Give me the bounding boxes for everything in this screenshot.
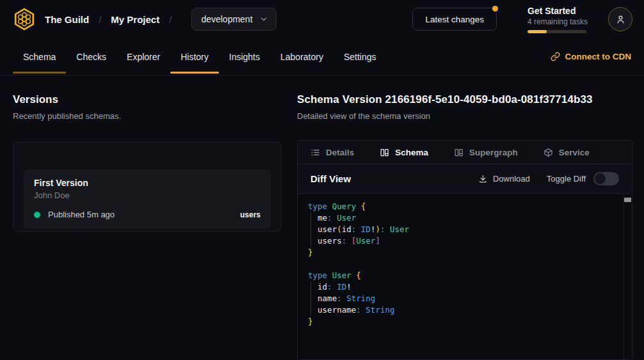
- connect-to-cdn-label: Connect to CDN: [565, 52, 632, 61]
- connect-to-cdn-button[interactable]: Connect to CDN: [551, 38, 632, 75]
- schema-version-title: Schema Version 2166196f-5e10-4059-bd0a-0…: [297, 93, 632, 106]
- schema-code-viewer: type Query { me: User user(id: ID!): Use…: [298, 194, 632, 359]
- breadcrumb-separator: /: [169, 14, 172, 25]
- tab-supergraph[interactable]: Supergraph: [454, 148, 518, 157]
- latest-changes-button[interactable]: Latest changes: [412, 8, 497, 31]
- toggle-knob: [595, 173, 606, 184]
- latest-changes-label: Latest changes: [425, 15, 484, 24]
- tab-service[interactable]: Service: [543, 148, 590, 157]
- version-status-row: Published 5m ago users: [34, 210, 261, 219]
- person-icon: [615, 14, 626, 25]
- columns-icon: [380, 148, 389, 157]
- detail-tab-bar: Details Schema Sup: [298, 141, 632, 164]
- nav-tab-settings[interactable]: Settings: [334, 38, 387, 75]
- nav-tab-schema[interactable]: Schema: [13, 38, 66, 75]
- link-icon: [551, 52, 560, 61]
- toggle-diff-switch[interactable]: [593, 172, 619, 185]
- get-started-widget[interactable]: Get Started 4 remaining tasks: [527, 6, 586, 33]
- version-author: John Doe: [34, 191, 261, 200]
- target-select-value: development: [201, 14, 252, 24]
- versions-panel: Versions Recently published schemas. Fir…: [13, 93, 282, 360]
- hive-logo-icon[interactable]: [12, 6, 37, 32]
- box-icon: [543, 148, 553, 157]
- tab-schema-label: Schema: [395, 148, 428, 157]
- get-started-subtitle: 4 remaining tasks: [527, 17, 586, 26]
- main-content: Versions Recently published schemas. Fir…: [0, 75, 644, 360]
- main-nav: Schema Checks Explorer History Insights …: [0, 38, 644, 75]
- schema-version-subtitle: Detailed view of the schema version: [297, 111, 632, 121]
- chevron-down-icon: [259, 15, 268, 24]
- tab-service-label: Service: [559, 148, 590, 157]
- columns-icon: [454, 148, 463, 157]
- nav-tab-checks[interactable]: Checks: [66, 38, 117, 75]
- tab-details[interactable]: Details: [310, 148, 354, 157]
- diff-actions: Download Toggle Diff: [478, 172, 619, 185]
- versions-subtitle: Recently published schemas.: [13, 111, 282, 121]
- code-scrollbar-track: [624, 194, 632, 359]
- get-started-progress-bar: [527, 30, 586, 33]
- get-started-title: Get Started: [527, 6, 586, 16]
- target-select[interactable]: development: [191, 8, 276, 31]
- code-scrollbar-thumb[interactable]: [624, 198, 631, 202]
- nav-tab-laboratory[interactable]: Laboratory: [270, 38, 334, 75]
- tab-supergraph-label: Supergraph: [469, 148, 518, 157]
- schema-version-detail: Schema Version 2166196f-5e10-4059-bd0a-0…: [297, 93, 632, 360]
- version-status-text: Published 5m ago: [48, 210, 115, 219]
- versions-title: Versions: [13, 93, 282, 106]
- download-icon: [478, 174, 488, 184]
- versions-list-card: First Version John Doe Published 5m ago …: [13, 142, 282, 231]
- app-header: The Guild / My Project / development Lat…: [0, 0, 644, 38]
- schema-detail-panel: Details Schema Sup: [297, 140, 632, 360]
- version-list-item[interactable]: First Version John Doe Published 5m ago …: [24, 169, 271, 229]
- tab-schema[interactable]: Schema: [380, 148, 428, 157]
- user-avatar[interactable]: [608, 7, 632, 31]
- nav-tab-history[interactable]: History: [170, 38, 219, 75]
- published-status-dot: [34, 212, 40, 218]
- breadcrumb-separator: /: [99, 14, 101, 25]
- breadcrumb-org[interactable]: The Guild: [45, 14, 89, 25]
- toggle-diff-label: Toggle Diff: [547, 174, 586, 184]
- nav-tab-insights[interactable]: Insights: [219, 38, 270, 75]
- header-right: Latest changes Get Started 4 remaining t…: [412, 6, 632, 33]
- nav-tab-explorer[interactable]: Explorer: [117, 38, 170, 75]
- indent-guide: [310, 281, 311, 316]
- diff-view-bar: Diff View Download Toggle Diff: [298, 164, 632, 194]
- version-service-badge: users: [240, 210, 261, 219]
- download-label: Download: [493, 174, 530, 184]
- diff-view-title: Diff View: [310, 173, 351, 184]
- breadcrumb: The Guild / My Project /: [45, 14, 181, 25]
- breadcrumb-project[interactable]: My Project: [111, 14, 159, 25]
- list-icon: [310, 148, 320, 157]
- toggle-diff-control: Toggle Diff: [547, 172, 619, 185]
- notification-dot: [492, 6, 498, 12]
- code-block[interactable]: type Query { me: User user(id: ID!): Use…: [298, 194, 632, 327]
- indent-guide: [310, 212, 311, 247]
- download-button[interactable]: Download: [478, 174, 530, 184]
- tab-details-label: Details: [326, 148, 354, 157]
- get-started-progress-fill: [527, 30, 547, 33]
- version-name: First Version: [34, 178, 261, 188]
